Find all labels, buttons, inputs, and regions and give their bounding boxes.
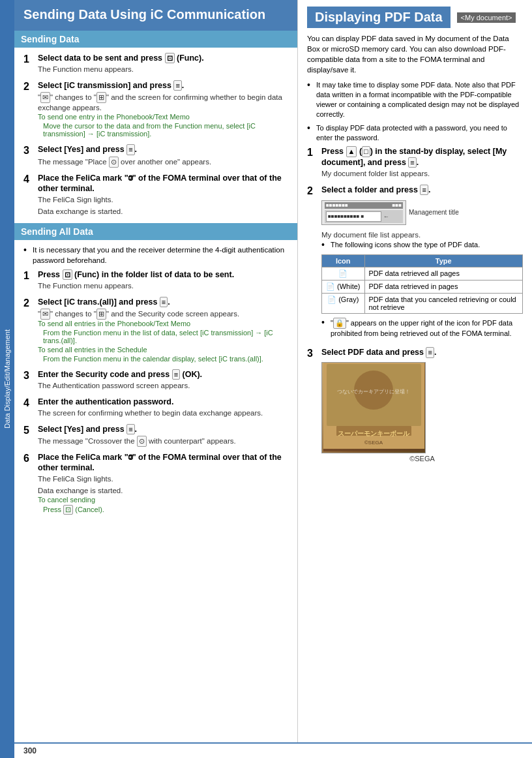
- right-step-1: 1 Press ▲ (□) in the stand-by display, s…: [307, 146, 523, 179]
- page-number-row: 300: [14, 742, 532, 758]
- step-2-number: 2: [23, 80, 35, 93]
- table-header-type: Type: [364, 254, 523, 267]
- sending-all-data-header: Sending All Data: [14, 223, 297, 240]
- right-bullet-text-1: It may take time to display some PDF dat…: [316, 80, 523, 119]
- step-4-number: 4: [23, 173, 35, 185]
- all-step-3-title: Enter the Security code and press ≡ (OK)…: [38, 369, 288, 380]
- all-step-1: 1 Press ⊡ (Func) in the folder list of d…: [23, 269, 288, 292]
- step-3-number: 3: [23, 144, 35, 157]
- all-step-6-green-text: Press ⊡ (Cancel).: [43, 505, 288, 515]
- table-type-2: PDF data retrieved in pages: [364, 280, 523, 293]
- step-3-title: Select [Yes] and press ≡.: [38, 144, 288, 155]
- step-2: 2 Select [iC transmission] and press ≡. …: [23, 80, 288, 140]
- my-doc-badge: <My document>: [457, 12, 516, 23]
- sub-bullet-dot-2: •: [321, 318, 331, 327]
- svg-text:©SEGA: ©SEGA: [364, 440, 383, 446]
- right-step-3-title: Select PDF data and press ≡.: [321, 347, 523, 357]
- step-1-title: Select data to be sent and press ⊡ (Func…: [38, 53, 288, 63]
- all-step-6-desc2: Data exchange is started.: [38, 486, 288, 496]
- table-type-1: PDF data retrieved all pages: [364, 267, 523, 280]
- right-bullet-dot-2: •: [307, 123, 316, 133]
- right-step-2-number: 2: [307, 185, 319, 197]
- arrow-indicator: ←: [383, 213, 389, 220]
- step-2-title: Select [iC transmission] and press ≡.: [38, 80, 288, 91]
- right-step-1-title: Press ▲ (□) in the stand-by display, sel…: [321, 146, 523, 168]
- left-column: Sending Data Using iC Communication Send…: [14, 0, 298, 742]
- sending-all-bullet: • It is necessary that you and the recei…: [23, 245, 288, 265]
- right-column: Displaying PDF Data <My document> You ca…: [298, 0, 532, 742]
- table-icon-3: 📄 (Gray): [322, 293, 365, 313]
- sidebar: Data Display/Edit/Management: [0, 0, 14, 758]
- sub-bullet-text-2: "🔒" appears on the upper right of the ic…: [331, 318, 523, 339]
- all-step-2-green-text2: From the Function menu in the calendar d…: [43, 355, 288, 363]
- right-step-1-number: 1: [307, 146, 319, 159]
- all-step-6-green-label: To cancel sending: [38, 496, 288, 504]
- sub-bullet-dot-1: •: [321, 240, 331, 250]
- step-4-title: Place the FeliCa mark "🄯" of the FOMA te…: [38, 173, 288, 194]
- all-step-3-number: 3: [23, 369, 35, 382]
- right-main-title: Displaying PDF Data: [307, 7, 451, 28]
- sub-bullet-text-1: The following icons show the type of PDF…: [331, 240, 480, 250]
- all-step-4: 4 Enter the authentication password. The…: [23, 397, 288, 419]
- management-title-label: Management title: [409, 209, 459, 216]
- all-step-4-desc: The screen for confirming whether to beg…: [38, 408, 288, 419]
- right-step-3: 3 Select PDF data and press ≡.: [307, 347, 523, 462]
- sega-image: スーパーモンキーボール つないでカーキアプリに登場！ ©SEGA: [321, 362, 426, 453]
- all-step-6-desc1: The FeliCa Sign lights.: [38, 474, 288, 485]
- right-step-2-desc: My document file list appears.: [321, 230, 523, 241]
- all-step-6: 6 Place the FeliCa mark "🄯" of the FOMA …: [23, 452, 288, 517]
- step-2-green-text: Move the cursor to the data and from the…: [43, 122, 288, 138]
- step-3-desc: The message "Place ⊙ over another one" a…: [38, 157, 288, 168]
- table-row: 📄 PDF data retrieved all pages: [322, 267, 523, 280]
- all-step-4-title: Enter the authentication password.: [38, 397, 288, 407]
- sega-image-inner: スーパーモンキーボール つないでカーキアプリに登場！ ©SEGA: [323, 363, 424, 451]
- right-step-1-desc: My document folder list appears.: [321, 169, 523, 179]
- right-step-2-sub-bullet1: • The following icons show the type of P…: [321, 240, 523, 250]
- table-row: 📄 (Gray) PDF data that you canceled retr…: [322, 293, 523, 313]
- all-step-3: 3 Enter the Security code and press ≡ (O…: [23, 369, 288, 391]
- svg-text:スーパーモンキーボール: スーパーモンキーボール: [338, 430, 410, 437]
- step-4-desc2: Data exchange is started.: [38, 207, 288, 217]
- step-2-green-label: To send one entry in the Phonebook/Text …: [38, 113, 288, 121]
- all-step-4-number: 4: [23, 397, 35, 409]
- all-step-5-desc: The message "Crossover the ⊙ with counte…: [38, 436, 288, 447]
- step-1-desc: The Function menu appears.: [38, 65, 288, 75]
- right-step-3-number: 3: [307, 347, 319, 359]
- main-title: Sending Data Using iC Communication: [14, 0, 297, 31]
- step-2-desc: "✉" changes to "⊞" and the screen for co…: [38, 92, 288, 113]
- table-icon-2: 📄 (White): [322, 280, 365, 293]
- pdf-type-table: Icon Type 📄 PDF data retrieved all pages: [321, 254, 523, 314]
- right-bullet-1: • It may take time to display some PDF d…: [307, 80, 523, 119]
- table-icon-1: 📄: [322, 267, 365, 280]
- sending-data-header: Sending Data: [14, 31, 297, 48]
- right-intro: You can display PDF data saved in My doc…: [307, 33, 523, 75]
- all-step-2-green-label1: To send all entries in the Phonebook/Tex…: [38, 320, 288, 327]
- all-step-6-title: Place the FeliCa mark "🄯" of the FOMA te…: [38, 452, 288, 474]
- folder-preview: ■■■■■■■ ■■■ ■■■■■■■■■■ ■ ←: [321, 200, 406, 225]
- all-step-2-green-text1: From the Function menu in the list of da…: [43, 329, 288, 344]
- step-3: 3 Select [Yes] and press ≡. The message …: [23, 144, 288, 167]
- step-4: 4 Place the FeliCa mark "🄯" of the FOMA …: [23, 173, 288, 217]
- all-step-3-desc: The Authentication password screen appea…: [38, 381, 288, 391]
- right-step-2: 2 Select a folder and press ≡. ■■■■■■■ ■…: [307, 185, 523, 342]
- right-step-2-title: Select a folder and press ≡.: [321, 185, 523, 195]
- all-step-5-title: Select [Yes] and press ≡.: [38, 424, 288, 434]
- svg-text:つないでカーキアプリに登場！: つないでカーキアプリに登場！: [337, 389, 410, 395]
- table-row: 📄 (White) PDF data retrieved in pages: [322, 280, 523, 293]
- all-step-1-title: Press ⊡ (Func) in the folder list of dat…: [38, 269, 288, 280]
- right-bullet-2: • To display PDF data protected with a p…: [307, 123, 523, 143]
- all-step-2-desc: "✉" changes to "⊞" and the Security code…: [38, 309, 288, 320]
- all-step-5-number: 5: [23, 424, 35, 436]
- all-step-2-green-label2: To send all entries in the Schedule: [38, 346, 288, 354]
- step-1-number: 1: [23, 53, 35, 65]
- page-number: 300: [23, 746, 37, 755]
- table-header-icon: Icon: [322, 254, 365, 267]
- step-1: 1 Select data to be sent and press ⊡ (Fu…: [23, 53, 288, 75]
- right-bullet-text-2: To display PDF data protected with a pas…: [316, 123, 523, 143]
- step-4-desc1: The FeliCa Sign lights.: [38, 195, 288, 205]
- right-bullet-dot-1: •: [307, 80, 316, 90]
- sending-all-bullet-text: It is necessary that you and the receive…: [33, 245, 288, 265]
- right-step-2-sub-bullet2: • "🔒" appears on the upper right of the …: [321, 318, 523, 339]
- sega-caption: ©SEGA: [321, 455, 523, 462]
- table-type-3: PDF data that you canceled retrieving or…: [364, 293, 523, 313]
